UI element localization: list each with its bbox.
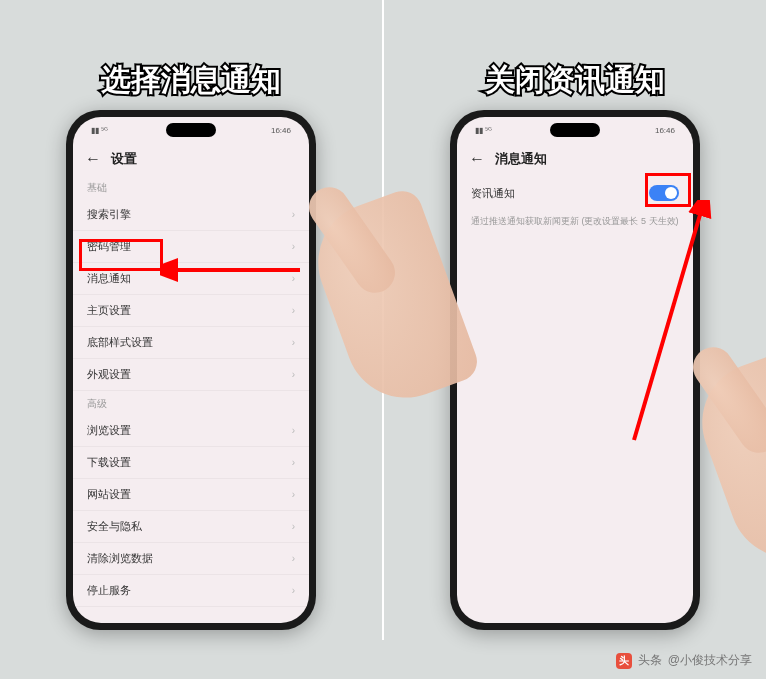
camera-notch xyxy=(166,123,216,137)
left-panel: 选择消息通知 ▮▮ ⁵ᴳ 16:46 ← 设置 基础 搜索引擎›密码管理›消息通… xyxy=(0,0,384,640)
chevron-right-icon: › xyxy=(292,553,295,564)
settings-item[interactable]: 消息通知› xyxy=(73,263,309,295)
settings-item-label: 消息通知 xyxy=(87,271,131,286)
settings-item-label: 主页设置 xyxy=(87,303,131,318)
settings-item-label: 网站设置 xyxy=(87,487,131,502)
chevron-right-icon: › xyxy=(292,241,295,252)
left-banner: 选择消息通知 xyxy=(101,60,281,101)
settings-item-label: 安全与隐私 xyxy=(87,519,142,534)
settings-item[interactable]: 清除浏览数据› xyxy=(73,543,309,575)
settings-item[interactable]: 安全与隐私› xyxy=(73,511,309,543)
toutiao-icon: 头 xyxy=(616,653,632,669)
settings-item[interactable]: 密码管理› xyxy=(73,231,309,263)
chevron-right-icon: › xyxy=(292,273,295,284)
phone-right: ▮▮ ⁵ᴳ 16:46 ← 消息通知 资讯通知 通过推送通知获取新闻更新 (更改… xyxy=(450,110,700,630)
camera-notch xyxy=(550,123,600,137)
footer-prefix: 头条 xyxy=(638,652,662,669)
status-time: 16:46 xyxy=(655,126,675,135)
signal-icon: ▮▮ ⁵ᴳ xyxy=(91,126,108,135)
settings-item-label: 停止服务 xyxy=(87,583,131,598)
chevron-right-icon: › xyxy=(292,425,295,436)
header-bar: ← 设置 xyxy=(73,143,309,175)
hint-text: 通过推送通知获取新闻更新 (更改设置最长 5 天生效) xyxy=(457,211,693,232)
footer-credit: 头 头条 @小俊技术分享 xyxy=(616,652,752,669)
status-time: 16:46 xyxy=(271,126,291,135)
screen-right: ▮▮ ⁵ᴳ 16:46 ← 消息通知 资讯通知 通过推送通知获取新闻更新 (更改… xyxy=(457,117,693,623)
screen-left: ▮▮ ⁵ᴳ 16:46 ← 设置 基础 搜索引擎›密码管理›消息通知›主页设置›… xyxy=(73,117,309,623)
settings-item[interactable]: 底部样式设置› xyxy=(73,327,309,359)
header-bar: ← 消息通知 xyxy=(457,143,693,175)
settings-item-label: 清除浏览数据 xyxy=(87,551,153,566)
settings-item-label: 下载设置 xyxy=(87,455,131,470)
right-banner: 关闭资讯通知 xyxy=(485,60,665,101)
page-title: 消息通知 xyxy=(495,150,547,168)
settings-item-label: 密码管理 xyxy=(87,239,131,254)
footer-author: @小俊技术分享 xyxy=(668,652,752,669)
toggle-label: 资讯通知 xyxy=(471,186,515,201)
chevron-right-icon: › xyxy=(292,457,295,468)
news-notification-toggle[interactable] xyxy=(649,185,679,201)
toggle-row-news: 资讯通知 xyxy=(457,175,693,211)
settings-item[interactable]: 浏览设置› xyxy=(73,415,309,447)
settings-item-label: 浏览设置 xyxy=(87,423,131,438)
chevron-right-icon: › xyxy=(292,521,295,532)
chevron-right-icon: › xyxy=(292,489,295,500)
phone-left: ▮▮ ⁵ᴳ 16:46 ← 设置 基础 搜索引擎›密码管理›消息通知›主页设置›… xyxy=(66,110,316,630)
settings-item[interactable]: 停止服务› xyxy=(73,575,309,607)
back-arrow-icon[interactable]: ← xyxy=(469,150,485,168)
chevron-right-icon: › xyxy=(292,369,295,380)
settings-item[interactable]: 搜索引擎› xyxy=(73,199,309,231)
settings-item[interactable]: 主页设置› xyxy=(73,295,309,327)
settings-item-label: 底部样式设置 xyxy=(87,335,153,350)
chevron-right-icon: › xyxy=(292,585,295,596)
settings-item[interactable]: 下载设置› xyxy=(73,447,309,479)
settings-item-label: 搜索引擎 xyxy=(87,207,131,222)
chevron-right-icon: › xyxy=(292,209,295,220)
section-advanced-label: 高级 xyxy=(73,391,309,415)
settings-item[interactable]: 外观设置› xyxy=(73,359,309,391)
settings-item-label: 外观设置 xyxy=(87,367,131,382)
chevron-right-icon: › xyxy=(292,337,295,348)
signal-icon: ▮▮ ⁵ᴳ xyxy=(475,126,492,135)
section-basic-label: 基础 xyxy=(73,175,309,199)
back-arrow-icon[interactable]: ← xyxy=(85,150,101,168)
chevron-right-icon: › xyxy=(292,305,295,316)
page-title: 设置 xyxy=(111,150,137,168)
settings-item[interactable]: 网站设置› xyxy=(73,479,309,511)
